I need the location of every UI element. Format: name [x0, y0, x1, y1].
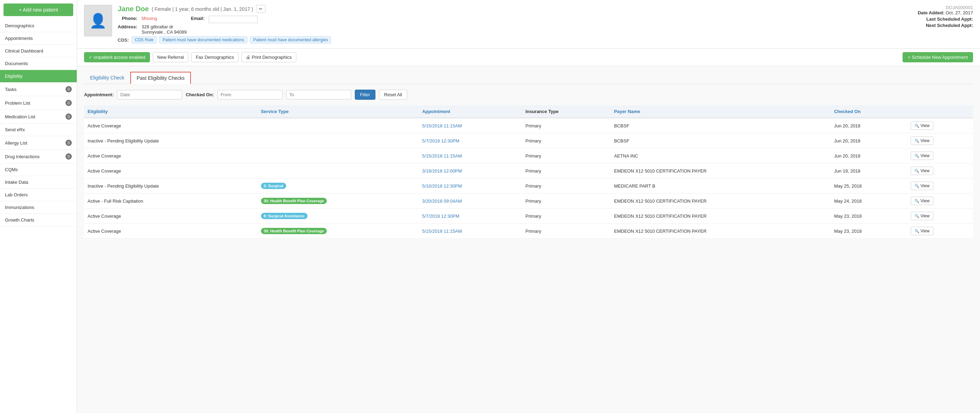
table-row: Active Coverage5/15/2018 11:15AMPrimaryB…	[84, 118, 973, 133]
cell-eligibility: Active Coverage	[84, 148, 258, 164]
email-input[interactable]	[209, 16, 258, 23]
cds-tag-rule[interactable]: CDS Rule	[132, 37, 157, 43]
cell-insurance-type: Primary	[522, 148, 611, 164]
sidebar-item-tasks[interactable]: Tasks0	[0, 83, 77, 96]
tab-past-eligibility-checks[interactable]: Past Eligibility Checks	[130, 72, 191, 84]
table-row: Active Coverage3/19/2018 12:00PMPrimaryE…	[84, 164, 973, 178]
appointment-link[interactable]: 5/15/2018 11:15AM	[422, 123, 461, 129]
sidebar-item-appointments[interactable]: Appointments	[0, 32, 77, 45]
edit-patient-button[interactable]: ✏	[256, 5, 266, 13]
tab-eligibility-check[interactable]: Eligibility Check	[84, 72, 130, 84]
cell-service-type	[258, 118, 419, 133]
sidebar-item-label: Medication List	[5, 114, 35, 119]
appointment-link[interactable]: 5/7/2018 12:30PM	[422, 138, 459, 143]
cell-insurance-type: Primary	[522, 209, 611, 224]
view-button[interactable]: 🔍 View	[911, 212, 934, 220]
print-demographics-button[interactable]: 🖨 Print Demographics	[241, 52, 296, 62]
appointment-link[interactable]: 3/20/2018 09:04AM	[422, 199, 461, 204]
checked-on-filter-label: Checked On:	[186, 92, 214, 97]
appointment-link[interactable]: 5/7/2018 12:30PM	[422, 213, 459, 219]
view-button[interactable]: 🔍 View	[911, 227, 934, 235]
checked-on-from-input[interactable]	[218, 90, 283, 99]
cell-checked-on: Jun 19, 2018	[830, 164, 907, 178]
cell-service-type	[258, 133, 419, 148]
sidebar-item-label: CQMs	[5, 167, 18, 172]
view-button[interactable]: 🔍 View	[911, 152, 934, 160]
view-button[interactable]: 🔍 View	[911, 167, 934, 175]
sidebar-item-clinical-dashboard[interactable]: Clinical Dashboard	[0, 45, 77, 57]
col-checked-on[interactable]: Checked On	[830, 105, 907, 118]
patient-id: DOJA000001	[918, 5, 973, 10]
appointment-link[interactable]: 5/15/2018 11:15AM	[422, 153, 461, 159]
view-button[interactable]: 🔍 View	[911, 197, 934, 205]
cell-appointment: 5/10/2018 12:30PM	[418, 178, 522, 194]
view-button[interactable]: 🔍 View	[911, 182, 934, 190]
cell-appointment: 3/20/2018 09:04AM	[418, 194, 522, 209]
reset-all-button[interactable]: Reset All	[379, 90, 407, 100]
cell-payer-name: EMDEON X12 5010 CERTIFICATION PAYER	[611, 209, 830, 224]
sidebar-item-problem-list[interactable]: Problem List0	[0, 96, 77, 110]
cds-row: CDS: CDS Rule Patient must have document…	[118, 37, 331, 43]
col-payer-name[interactable]: Payer Name	[611, 105, 830, 118]
cell-eligibility: Active Coverage	[84, 224, 258, 239]
sidebar-item-intake-data[interactable]: Intake Data	[0, 176, 77, 189]
sidebar-item-lab-orders[interactable]: Lab Orders	[0, 189, 77, 201]
service-type-badge: 30: Health Benefit Plan Coverage	[261, 228, 327, 234]
patient-info-section: Jane Doe ( Female | 1 year, 6 months old…	[118, 5, 331, 43]
table-row: Active - Full Risk Capitation30: Health …	[84, 194, 973, 209]
sidebar-item-label: Lab Orders	[5, 192, 28, 197]
patient-name-row: Jane Doe ( Female | 1 year, 6 months old…	[118, 5, 331, 13]
sidebar-item-immunizations[interactable]: Immunizations	[0, 201, 77, 214]
cell-checked-on: Jun 20, 2018	[830, 118, 907, 133]
sidebar-item-label: Drug Interactions	[5, 154, 40, 159]
cell-payer-name: EMDEON X12 5010 CERTIFICATION PAYER	[611, 224, 830, 239]
appointment-link[interactable]: 3/19/2018 12:00PM	[422, 168, 461, 173]
col-appointment[interactable]: Appointment	[418, 105, 522, 118]
eligibility-tabs: Eligibility Check Past Eligibility Check…	[84, 72, 973, 84]
service-type-badge: 30: Health Benefit Plan Coverage	[261, 198, 327, 204]
patient-right-info: Date Added: Oct. 27, 2017 Last Scheduled…	[918, 10, 973, 28]
cds-tag-medications[interactable]: Patient must have documented medications	[159, 37, 247, 43]
cell-eligibility: Active - Full Risk Capitation	[84, 194, 258, 209]
sidebar-item-send-erx[interactable]: Send eRx	[0, 124, 77, 136]
email-label: Email:	[191, 16, 205, 23]
sidebar-item-label: Intake Data	[5, 179, 29, 185]
cell-payer-name: BCBSF	[611, 133, 830, 148]
patient-avatar: 👤	[84, 5, 112, 37]
sidebar-item-eligibility[interactable]: Eligibility	[0, 70, 77, 83]
fax-demographics-button[interactable]: Fax Demographics	[191, 52, 239, 62]
schedule-new-appointment-button[interactable]: + Schedule New Appointment	[903, 52, 973, 62]
service-type-badge: 2: Surgical	[261, 183, 286, 189]
col-service-type[interactable]: Service Type	[258, 105, 419, 118]
appointment-date-input[interactable]	[117, 90, 182, 99]
view-button[interactable]: 🔍 View	[911, 121, 934, 130]
new-referral-button[interactable]: New Referral	[153, 52, 188, 62]
sidebar-item-medication-list[interactable]: Medication List0	[0, 110, 77, 124]
add-new-patient-button[interactable]: + Add new patient	[3, 3, 73, 16]
cell-eligibility: Inactive - Pending Eligibility Update	[84, 133, 258, 148]
sidebar-item-growth-charts[interactable]: Growth Charts	[0, 214, 77, 226]
sidebar-item-documents[interactable]: Documents	[0, 57, 77, 70]
patient-address: 328 gilbraltar dr Sunnyvale , CA 94089	[142, 24, 187, 35]
cell-appointment: 3/19/2018 12:00PM	[418, 164, 522, 178]
view-button[interactable]: 🔍 View	[911, 137, 934, 145]
appointment-link[interactable]: 5/15/2018 11:15AM	[422, 229, 461, 234]
sidebar-item-drug-interactions[interactable]: Drug Interactions0	[0, 150, 77, 164]
appointment-link[interactable]: 5/10/2018 12:30PM	[422, 183, 461, 189]
cell-appointment: 5/15/2018 11:15AM	[418, 224, 522, 239]
filter-button[interactable]: Filter	[355, 90, 375, 100]
cell-eligibility: Active Coverage	[84, 118, 258, 133]
checked-on-to-input[interactable]	[286, 90, 351, 99]
sidebar-item-demographics[interactable]: Demographics	[0, 20, 77, 32]
cds-tag-allergies[interactable]: Patient must have documented allergies	[250, 37, 331, 43]
sidebar-item-cqms[interactable]: CQMs	[0, 164, 77, 176]
phone-label: Phone:	[118, 16, 137, 23]
sidebar-item-allergy-list[interactable]: Allergy List0	[0, 136, 77, 150]
cell-insurance-type: Primary	[522, 118, 611, 133]
cds-label: CDS:	[118, 37, 129, 43]
sidebar-item-label: Growth Charts	[5, 218, 34, 222]
col-eligibility[interactable]: Eligibility	[84, 105, 258, 118]
sidebar-item-label: Tasks	[5, 87, 16, 92]
onpatient-access-button[interactable]: ✓ onpatient access enabled	[84, 52, 150, 62]
sidebar-item-label: Appointments	[5, 36, 33, 41]
